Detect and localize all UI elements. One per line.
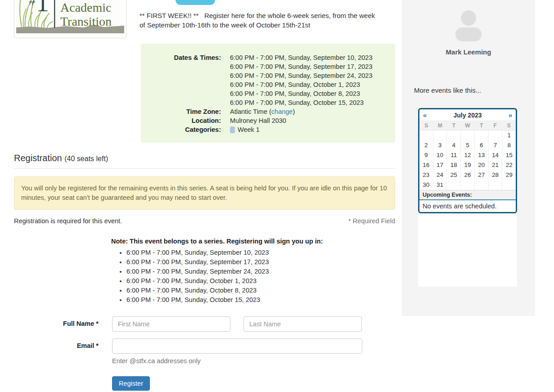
category-color-chip (230, 126, 235, 133)
calendar-day-header: T (474, 121, 488, 130)
avatar-wrap (402, 0, 535, 43)
academic-transition-logo-image: # 1 Academic Transition (16, 0, 124, 36)
event-date-line: 6:00 PM - 7:00 PM, Sunday, September 17,… (230, 62, 373, 71)
email-label: Email * (14, 338, 99, 354)
person-avatar-icon (451, 7, 486, 41)
register-button[interactable]: Register (112, 376, 150, 391)
calendar-day[interactable]: 23 (419, 170, 433, 180)
change-timezone-link[interactable]: change (271, 108, 293, 115)
event-description: ** FIRST WEEK!! ** Register here for the… (140, 11, 378, 30)
timezone-row: Time Zone: Atlantic Time (change) (148, 107, 388, 116)
calendar-empty-cell (474, 180, 488, 190)
calendar-day[interactable]: 5 (460, 140, 474, 150)
svg-text:1: 1 (36, 0, 49, 17)
calendar-header: « July 2023 » (419, 109, 516, 121)
calendar-day[interactable]: 10 (433, 150, 447, 160)
calendar-day[interactable]: 11 (446, 150, 460, 160)
calendar-empty-cell (460, 180, 474, 190)
calendar-day-header: M (433, 121, 447, 130)
calendar-week-row: 23242526272829 (419, 170, 516, 180)
calendar-day[interactable]: 27 (474, 170, 488, 180)
upcoming-events-label: Upcoming Events: (419, 190, 516, 200)
email-input[interactable] (112, 338, 362, 354)
calendar-day-headers: SMTWTFS (419, 121, 516, 131)
calendar-day[interactable]: 20 (474, 160, 488, 170)
category-value: Week 1 (230, 125, 260, 134)
calendar-empty-cell (488, 131, 502, 140)
full-name-row: Full Name * (14, 316, 395, 332)
timezone-value: Atlantic Time (change) (230, 107, 295, 116)
calendar-day[interactable]: 29 (502, 170, 516, 180)
calendar-grid: 1234567891011121314151617181920212223242… (419, 131, 516, 190)
series-date-item: 6:00 PM - 7:00 PM, Sunday, September 17,… (126, 257, 395, 267)
calendar-day[interactable]: 8 (502, 140, 516, 150)
last-name-input[interactable] (243, 316, 362, 332)
calendar-day[interactable]: 3 (433, 140, 447, 150)
timezone-label: Time Zone: (148, 107, 221, 116)
calendar-day[interactable]: 18 (446, 160, 460, 170)
calendar-day[interactable]: 19 (460, 160, 474, 170)
calendar-day[interactable]: 24 (433, 170, 447, 180)
calendar-day[interactable]: 17 (433, 160, 447, 170)
categories-row: Categories: Week 1 (148, 125, 388, 134)
logo-word-transition: Transition (60, 14, 112, 28)
email-help-text: Enter @stfx.ca addresses only (112, 357, 395, 365)
seat-hold-warning: You will only be registered for the rema… (14, 176, 395, 210)
series-note: Note: This event belongs to a series. Re… (111, 238, 395, 305)
required-row: Registration is required for this event.… (14, 217, 395, 225)
top-badge[interactable] (176, 0, 215, 5)
mini-calendar: « July 2023 » SMTWTFS 123456789101112131… (418, 108, 517, 213)
calendar-day[interactable]: 13 (474, 150, 488, 160)
calendar-week-row: 3031 (419, 180, 516, 190)
categories-label: Categories: (148, 125, 221, 134)
series-date-item: 6:00 PM - 7:00 PM, Sunday, September 10,… (126, 248, 395, 257)
calendar-day[interactable]: 2 (419, 140, 433, 150)
calendar-day-header: T (447, 121, 461, 130)
calendar-day[interactable]: 1 (502, 131, 516, 140)
calendar-day[interactable]: 15 (502, 150, 516, 160)
event-logo: # 1 Academic Transition (14, 0, 126, 38)
calendar-week-row: 9101112131415 (419, 150, 516, 160)
calendar-day[interactable]: 26 (460, 170, 474, 180)
calendar-prev-icon[interactable]: « (423, 111, 427, 119)
presenter-name: Mark Leeming (402, 48, 535, 56)
calendar-day[interactable]: 4 (446, 140, 460, 150)
calendar-next-icon[interactable]: » (509, 111, 512, 119)
location-label: Location: (148, 116, 221, 125)
more-events-label: More events like this... (414, 86, 535, 94)
dates-label: Dates & Times: (148, 53, 221, 107)
required-field-note: * Required Field (348, 217, 395, 225)
full-name-label: Full Name * (14, 316, 99, 332)
calendar-week-row: 16171819202122 (419, 160, 516, 170)
sidebar-empty-panel (418, 213, 517, 287)
series-date-item: 6:00 PM - 7:00 PM, Sunday, October 15, 2… (126, 295, 395, 305)
calendar-week-row: 2345678 (419, 140, 516, 150)
calendar-day[interactable]: 30 (419, 180, 433, 190)
calendar-day[interactable]: 9 (419, 150, 433, 160)
registration-heading: Registration (40 seats left) (14, 153, 395, 169)
first-name-input[interactable] (112, 316, 230, 332)
no-events-text: No events are scheduled. (419, 200, 516, 212)
calendar-day-header: W (461, 121, 475, 130)
dates-list: 6:00 PM - 7:00 PM, Sunday, September 10,… (230, 53, 373, 107)
calendar-week-row: 1 (419, 131, 516, 140)
calendar-day[interactable]: 14 (488, 150, 502, 160)
name-inputs (112, 316, 362, 332)
calendar-day[interactable]: 28 (488, 170, 502, 180)
calendar-day[interactable]: 7 (488, 140, 502, 150)
registration-form: Full Name * Email * Enter @stfx.ca addre… (14, 316, 395, 391)
calendar-day[interactable]: 25 (446, 170, 460, 180)
series-date-item: 6:00 PM - 7:00 PM, Sunday, October 1, 20… (126, 276, 395, 286)
calendar-day[interactable]: 22 (502, 160, 516, 170)
event-date-line: 6:00 PM - 7:00 PM, Sunday, October 1, 20… (230, 80, 373, 89)
calendar-day[interactable]: 6 (474, 140, 488, 150)
email-row: Email * (14, 338, 395, 354)
calendar-empty-cell (474, 131, 488, 140)
calendar-empty-cell (446, 131, 460, 140)
calendar-day[interactable]: 12 (460, 150, 474, 160)
registration-title: Registration (14, 153, 62, 163)
calendar-day[interactable]: 16 (419, 160, 433, 170)
calendar-day[interactable]: 21 (488, 160, 502, 170)
calendar-empty-cell (419, 131, 433, 140)
calendar-day[interactable]: 31 (433, 180, 447, 190)
